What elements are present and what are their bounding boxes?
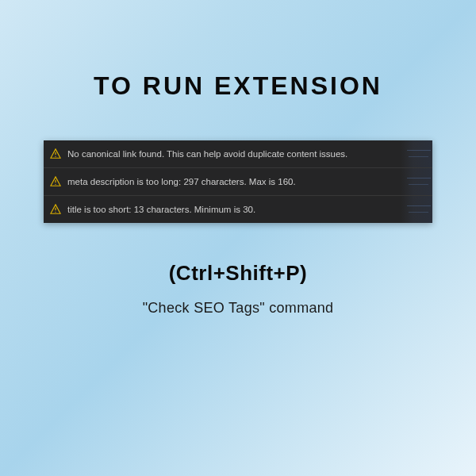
warning-message: No canonical link found. This can help a… [67,149,347,159]
warning-icon [50,204,61,215]
warning-row[interactable]: No canonical link found. This can help a… [44,140,432,168]
warning-icon [50,148,61,159]
minimap-decoration [401,140,432,167]
keyboard-shortcut: (Ctrl+Shift+P) [169,261,308,286]
warnings-panel: No canonical link found. This can help a… [44,140,432,223]
minimap-decoration [401,196,432,223]
svg-point-5 [55,212,56,213]
warning-icon [50,176,61,187]
svg-point-3 [55,184,56,185]
warning-row[interactable]: meta description is too long: 297 charac… [44,168,432,196]
minimap-decoration [401,168,432,195]
warning-message: meta description is too long: 297 charac… [67,177,296,186]
command-label: "Check SEO Tags" command [143,300,334,317]
svg-point-1 [55,156,56,157]
page-heading: TO RUN EXTENSION [94,71,382,101]
warning-row[interactable]: title is too short: 13 characters. Minim… [44,196,432,223]
warning-message: title is too short: 13 characters. Minim… [67,205,255,214]
